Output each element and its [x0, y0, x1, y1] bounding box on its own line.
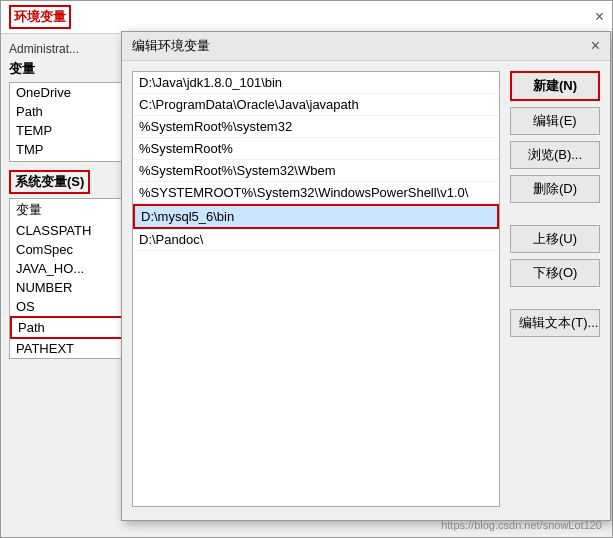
- sys-var-comspec[interactable]: ComSpec: [10, 240, 130, 259]
- new-button[interactable]: 新建(N): [510, 71, 600, 101]
- outer-title-bar: 环境变量 ×: [1, 1, 612, 34]
- path-item-2[interactable]: %SystemRoot%\system32: [133, 116, 499, 138]
- outer-window: 环境变量 × Administrat... 变量 OneDrive Path T…: [0, 0, 613, 538]
- move-up-button[interactable]: 上移(U): [510, 225, 600, 253]
- user-var-item-path[interactable]: Path: [10, 102, 130, 121]
- path-item-6[interactable]: D:\mysql5_6\bin: [133, 204, 499, 229]
- delete-button[interactable]: 删除(D): [510, 175, 600, 203]
- edit-button[interactable]: 编辑(E): [510, 107, 600, 135]
- user-vars-label: 变量: [9, 60, 131, 78]
- sys-var-pathext[interactable]: PATHEXT: [10, 339, 130, 358]
- move-down-button[interactable]: 下移(O): [510, 259, 600, 287]
- admin-label: Administrat...: [9, 42, 131, 56]
- path-item-3[interactable]: %SystemRoot%: [133, 138, 499, 160]
- modal-close-button[interactable]: ×: [591, 38, 600, 54]
- browse-button[interactable]: 浏览(B)...: [510, 141, 600, 169]
- modal-buttons: 新建(N) 编辑(E) 浏览(B)... 删除(D) 上移(U) 下移(O) 编…: [510, 71, 600, 507]
- path-item-7[interactable]: D:\Pandoc\: [133, 229, 499, 251]
- path-item-0[interactable]: D:\Java\jdk1.8.0_101\bin: [133, 72, 499, 94]
- user-vars-list: OneDrive Path TEMP TMP: [9, 82, 131, 162]
- sys-var-classpath[interactable]: CLASSPATH: [10, 221, 130, 240]
- user-var-item-onedrive[interactable]: OneDrive: [10, 83, 130, 102]
- sys-vars-list: 变量 CLASSPATH ComSpec JAVA_HO... NUMBER O…: [9, 198, 131, 359]
- sys-var-os[interactable]: OS: [10, 297, 130, 316]
- edit-text-button[interactable]: 编辑文本(T)...: [510, 309, 600, 337]
- path-item-5[interactable]: %SYSTEMROOT%\System32\WindowsPowerShell\…: [133, 182, 499, 204]
- path-list[interactable]: D:\Java\jdk1.8.0_101\bin C:\ProgramData\…: [132, 71, 500, 507]
- outer-close-button[interactable]: ×: [595, 9, 604, 25]
- modal-title-bar: 编辑环境变量 ×: [122, 32, 610, 61]
- watermark: https://blog.csdn.net/snowLot120: [441, 519, 602, 531]
- path-item-1[interactable]: C:\ProgramData\Oracle\Java\javapath: [133, 94, 499, 116]
- sys-var-java-home[interactable]: JAVA_HO...: [10, 259, 130, 278]
- sys-var-number[interactable]: NUMBER: [10, 278, 130, 297]
- sys-vars-label[interactable]: 系统变量(S): [9, 170, 90, 194]
- outer-window-title: 环境变量: [9, 5, 71, 29]
- path-item-4[interactable]: %SystemRoot%\System32\Wbem: [133, 160, 499, 182]
- sys-var-path[interactable]: Path: [10, 316, 130, 339]
- outer-body: Administrat... 变量 OneDrive Path TEMP TMP…: [1, 34, 612, 538]
- sys-vars-section: 系统变量(S) 变量 CLASSPATH ComSpec JAVA_HO... …: [9, 170, 131, 359]
- user-var-item-tmp[interactable]: TMP: [10, 140, 130, 159]
- sys-var-header: 变量: [10, 199, 130, 221]
- left-panel: Administrat... 变量 OneDrive Path TEMP TMP…: [9, 42, 139, 534]
- modal-title: 编辑环境变量: [132, 37, 210, 55]
- edit-env-modal: 编辑环境变量 × D:\Java\jdk1.8.0_101\bin C:\Pro…: [121, 31, 611, 521]
- user-var-item-temp[interactable]: TEMP: [10, 121, 130, 140]
- modal-body: D:\Java\jdk1.8.0_101\bin C:\ProgramData\…: [122, 61, 610, 517]
